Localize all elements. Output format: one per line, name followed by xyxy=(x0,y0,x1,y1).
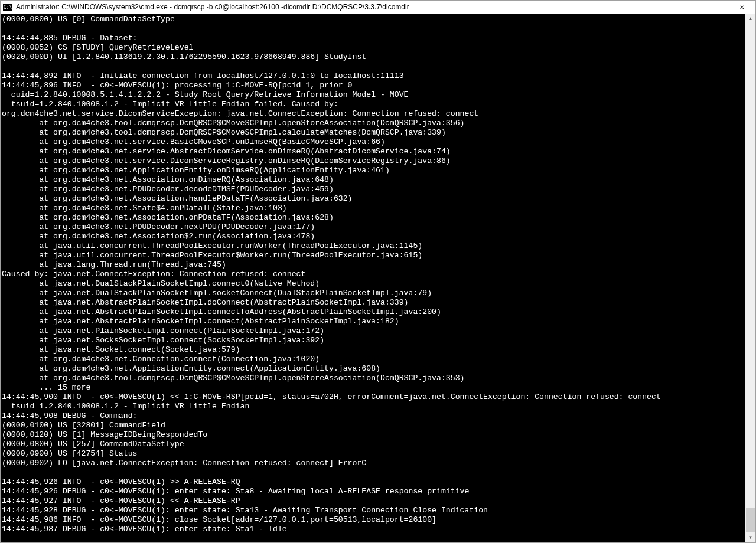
close-button[interactable]: ✕ xyxy=(728,1,755,14)
content-area: (0000,0800) US [0] CommandDataSetType 14… xyxy=(1,14,755,542)
window-controls: — □ ✕ xyxy=(674,1,755,14)
cmd-icon: C:\ xyxy=(3,4,12,11)
terminal-output[interactable]: (0000,0800) US [0] CommandDataSetType 14… xyxy=(1,14,745,542)
scrollbar-thumb[interactable] xyxy=(746,508,755,532)
minimize-button[interactable]: — xyxy=(674,1,701,14)
scroll-up-arrow-icon[interactable]: ▲ xyxy=(745,14,755,24)
scroll-down-arrow-icon[interactable]: ▼ xyxy=(745,532,755,542)
window-title: Administrator: C:\WINDOWS\system32\cmd.e… xyxy=(16,3,674,11)
title-bar[interactable]: C:\ Administrator: C:\WINDOWS\system32\c… xyxy=(1,1,755,14)
vertical-scrollbar[interactable]: ▲ ▼ xyxy=(745,14,755,542)
maximize-button[interactable]: □ xyxy=(701,1,728,14)
window-frame: C:\ Administrator: C:\WINDOWS\system32\c… xyxy=(0,0,756,543)
